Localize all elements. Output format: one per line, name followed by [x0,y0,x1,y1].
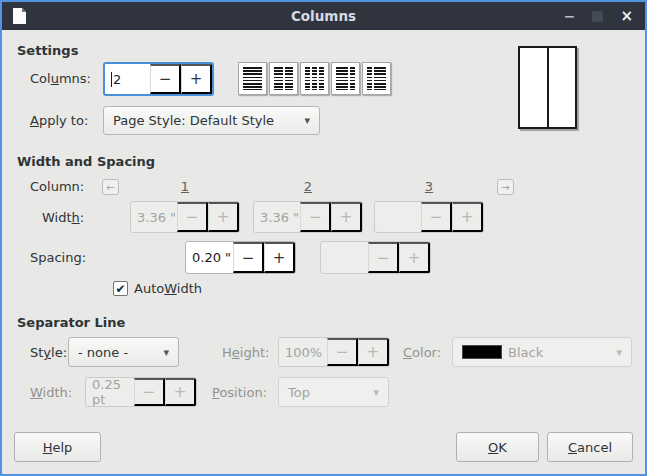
window-controls: − × [562,9,635,24]
help-button[interactable]: Help [14,432,101,462]
document-icon [12,7,27,25]
height-label: Height: [222,345,269,360]
autowidth-checkbox[interactable]: ✔ [113,281,128,296]
columns-value[interactable]: 2 [105,64,150,94]
spacing-2-decrement-button: − [368,242,399,273]
separator-line-heading: Separator Line [17,315,125,330]
dropdown-arrow-icon: ▾ [298,114,310,127]
separator-width-decrement-button: − [134,378,165,406]
columns-dialog: Columns − × Settings Columns: 2 − + Appl… [0,0,647,476]
preset-one-column-button[interactable] [238,62,267,95]
preset-two-columns-button[interactable] [269,62,298,95]
dropdown-arrow-icon: ▾ [157,346,169,359]
spacing-2-spinbox: − + [320,241,431,274]
autowidth-label: AutoWidth [134,281,202,296]
column-number-2: 2 [298,179,318,194]
columns-decrement-button[interactable]: − [150,64,181,94]
columns-preview [518,46,577,129]
titlebar: Columns − × [2,2,645,30]
spacing-2-increment-button: + [399,242,430,273]
maximize-button [592,11,603,22]
spacing-1-spinbox[interactable]: 0.20 " − + [185,241,296,274]
width-2-decrement-button: − [300,202,331,232]
dropdown-arrow-icon: ▾ [367,386,379,399]
column-nav-label: Column: [30,179,84,194]
width-column-3-spinbox: − + [374,201,484,233]
columns-increment-button[interactable]: + [181,64,212,94]
width-column-2-spinbox: 3.36 " − + [253,201,363,233]
color-swatch [462,345,502,359]
next-column-button: → [497,179,514,195]
column-number-1: 1 [175,179,195,194]
position-value: Top [288,385,310,400]
three-columns-icon [305,67,324,90]
preset-wide-left-button[interactable] [331,62,360,95]
one-column-icon [243,67,262,90]
two-columns-icon [274,67,293,90]
width-1-decrement-button: − [177,202,208,232]
separator-width-spinbox: 0.25 pt − + [85,377,197,407]
dropdown-arrow-icon: ▾ [610,346,622,359]
color-select: Black ▾ [452,337,632,367]
height-decrement-button: − [327,338,358,366]
column-presets [238,62,391,95]
spacing-label: Spacing: [30,250,86,265]
width-2-increment-button: + [331,202,362,232]
color-value: Black [508,345,543,360]
column-number-3: 3 [419,179,439,194]
width-column-1-spinbox: 3.36 " − + [130,201,240,233]
position-label: Position: [212,385,267,400]
preset-three-columns-button[interactable] [300,62,329,95]
separator-width-label: Width: [30,385,72,400]
position-select: Top ▾ [278,377,389,407]
spacing-1-decrement-button[interactable]: − [233,242,264,273]
previous-column-button: ← [102,179,119,195]
preset-wide-right-button[interactable] [362,62,391,95]
columns-label: Columns: [30,71,91,86]
settings-heading: Settings [17,43,78,58]
apply-to-value: Page Style: Default Style [113,113,274,128]
style-label: Style: [30,345,67,360]
height-increment-button: + [358,338,389,366]
apply-to-label: Apply to: [30,113,88,128]
window-title: Columns [2,8,645,24]
apply-to-select[interactable]: Page Style: Default Style ▾ [103,106,320,135]
height-spinbox: 100% − + [278,337,390,367]
preview-column-divider [547,48,549,127]
columns-spinbox[interactable]: 2 − + [103,62,214,96]
close-button[interactable]: × [618,9,635,24]
style-value: - none - [78,345,128,360]
color-label: Color: [403,345,441,360]
wide-right-icon [367,67,386,90]
separator-width-increment-button: + [165,378,196,406]
wide-left-icon [336,67,355,90]
text-caret [111,72,112,87]
width-label: Width: [42,210,84,225]
width-3-decrement-button: − [421,202,452,232]
minimize-button[interactable]: − [562,9,578,23]
width-1-increment-button: + [208,202,239,232]
width-3-increment-button: + [452,202,483,232]
check-icon: ✔ [115,282,125,296]
spacing-1-increment-button[interactable]: + [264,242,295,273]
ok-button[interactable]: OK [456,432,539,462]
cancel-button[interactable]: Cancel [547,432,633,462]
style-select[interactable]: - none - ▾ [68,337,179,367]
width-spacing-heading: Width and Spacing [17,154,155,169]
